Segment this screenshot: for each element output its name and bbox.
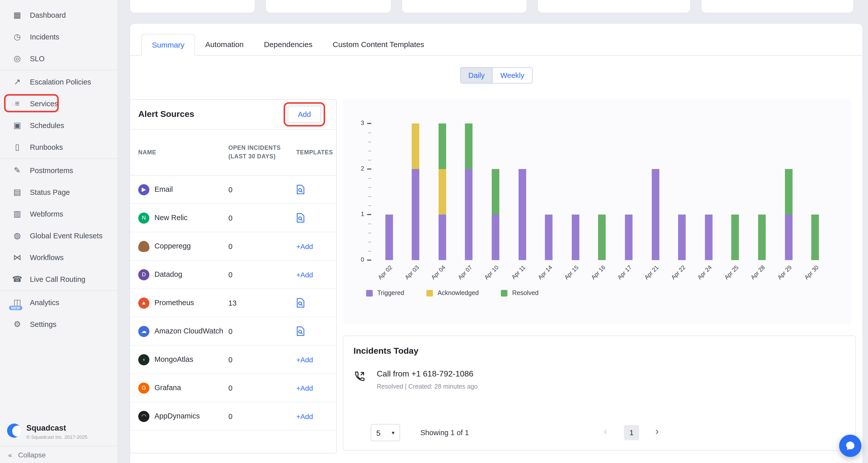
triggered-bar-segment — [652, 169, 659, 260]
sidebar-nav: ▦Dashboard ◷Incidents ◎SLO ↗Escalation P… — [0, 0, 118, 335]
y-axis-minor-tick — [368, 205, 371, 206]
bar-apr-25 — [732, 214, 739, 260]
sidebar-item-analytics[interactable]: ◫AnalyticsNEW — [0, 292, 118, 313]
sidebar: ▦Dashboard ◷Incidents ◎SLO ↗Escalation P… — [0, 0, 118, 463]
alert-source-row: ◖MongoAtlas 0 +Add — [130, 345, 336, 374]
template-icon[interactable] — [296, 185, 305, 194]
datadog-icon: D — [138, 269, 149, 280]
add-template-link[interactable]: +Add — [296, 270, 313, 278]
new-badge: NEW — [9, 306, 22, 310]
brand-name: Squadcast — [26, 424, 87, 433]
bar-apr-29 — [785, 169, 792, 260]
sidebar-item-dashboard[interactable]: ▦Dashboard — [0, 4, 118, 26]
tab-custom-content-templates[interactable]: Custom Content Templates — [322, 34, 434, 55]
amazon-cloudwatch-icon: ☁ — [138, 326, 149, 337]
add-template-link[interactable]: +Add — [296, 242, 313, 250]
open-incidents-count: 0 — [228, 384, 288, 392]
incident-graph: Triggered Acknowledged Resolved 0123Apr … — [343, 99, 851, 324]
open-incidents-count: 0 — [228, 412, 288, 420]
sidebar-item-runbooks[interactable]: ▯Runbooks — [0, 136, 118, 158]
summary-stat-cards-row — [130, 0, 854, 13]
sidebar-item-label: Escalation Policies — [30, 78, 91, 86]
bar-apr-22 — [678, 214, 686, 260]
page-size-select[interactable]: 5 ▾ — [371, 424, 400, 441]
bar-apr-07 — [465, 124, 473, 260]
sidebar-item-label: Schedules — [30, 121, 64, 129]
appdynamics-icon: ◠ — [138, 410, 149, 422]
tab-summary[interactable]: Summary — [141, 34, 195, 56]
toggle-daily[interactable]: Daily — [461, 68, 493, 83]
sidebar-item-services[interactable]: ≡Services — [0, 93, 118, 114]
resolved-bar-segment — [758, 214, 766, 260]
app-window: ▦Dashboard ◷Incidents ◎SLO ↗Escalation P… — [0, 0, 868, 463]
tab-dependencies[interactable]: Dependencies — [254, 34, 322, 55]
sidebar-item-escalation-policies[interactable]: ↗Escalation Policies — [0, 71, 118, 93]
sidebar-item-slo[interactable]: ◎SLO — [0, 47, 118, 69]
alert-source-name: AppDynamics — [154, 411, 200, 421]
incident-list-item[interactable]: Call from +1 618-792-1086 Resolved | Cre… — [353, 369, 855, 390]
sidebar-item-postmortems[interactable]: ✎Postmortems — [0, 159, 118, 181]
current-page-button[interactable]: 1 — [624, 425, 639, 440]
incidents-icon: ◷ — [12, 32, 22, 41]
legend-item-triggered: Triggered — [366, 290, 404, 297]
acknowledged-bar-segment — [412, 124, 419, 169]
sidebar-item-label: Services — [30, 99, 58, 107]
resolved-bar-segment — [438, 124, 446, 169]
toggle-weekly[interactable]: Weekly — [493, 68, 532, 83]
bar-apr-04 — [438, 124, 446, 260]
y-axis-tick — [367, 260, 371, 261]
template-icon[interactable] — [296, 326, 305, 336]
triggered-bar-segment — [625, 214, 632, 260]
sidebar-item-workflows[interactable]: ⋈Workflows — [0, 246, 118, 268]
alert-source-name: Copperegg — [154, 241, 191, 251]
open-incidents-count: 0 — [228, 327, 288, 335]
y-axis-tick-label: 2 — [353, 165, 364, 172]
brand-block: Squadcast © Squadcast Inc. 2017-2025 — [0, 420, 118, 444]
triggered-bar-segment — [518, 169, 526, 260]
sidebar-item-label: Runbooks — [30, 143, 63, 151]
sidebar-item-settings[interactable]: ⚙Settings — [0, 313, 118, 335]
alert-source-row: ◠AppDynamics 0 +Add — [130, 402, 336, 431]
bar-apr-11 — [518, 169, 526, 260]
sidebar-item-incidents[interactable]: ◷Incidents — [0, 26, 118, 47]
gear-icon: ⚙ — [12, 319, 22, 329]
add-template-link[interactable]: +Add — [296, 356, 313, 364]
services-icon: ≡ — [12, 99, 22, 108]
summary-stat-card-partial — [266, 0, 392, 13]
sidebar-item-label: Global Event Rulesets — [30, 232, 102, 240]
alert-source-row: NNew Relic 0 — [130, 204, 336, 232]
template-icon[interactable] — [296, 298, 305, 308]
open-incidents-count: 0 — [228, 356, 288, 364]
add-template-link[interactable]: +Add — [296, 412, 313, 420]
sidebar-item-label: Dashboard — [30, 11, 66, 19]
open-incidents-count: 0 — [228, 214, 288, 222]
sidebar-item-label: Postmortems — [30, 166, 73, 174]
alert-source-name: Prometheus — [154, 298, 194, 308]
next-page-button[interactable]: › — [655, 426, 659, 437]
chat-support-button[interactable] — [839, 435, 861, 457]
previous-page-button[interactable]: ‹ — [603, 426, 607, 437]
squadcast-logo-icon — [7, 424, 21, 438]
triggered-bar-segment — [465, 169, 473, 260]
bar-apr-14 — [545, 214, 553, 260]
template-icon[interactable] — [296, 213, 305, 223]
mongoatlas-icon: ◖ — [138, 354, 149, 365]
incidents-today-panel: Incidents Today Call from +1 618-792-108… — [343, 335, 856, 451]
triggered-bar-segment — [545, 214, 553, 260]
y-axis-minor-tick — [368, 187, 371, 188]
sidebar-divider — [0, 70, 118, 70]
y-axis-minor-tick — [368, 160, 371, 160]
alert-source-row: ▶Email 0 — [130, 175, 336, 204]
sidebar-item-status-page[interactable]: ▤Status Page — [0, 181, 118, 203]
y-axis-minor-tick — [368, 141, 371, 142]
tab-automation[interactable]: Automation — [195, 34, 254, 55]
alert-source-row: Copperegg 0 +Add — [130, 232, 336, 261]
add-alert-source-button[interactable]: Add — [288, 106, 321, 123]
sidebar-item-global-event-rulesets[interactable]: ◍Global Event Rulesets — [0, 225, 118, 246]
sidebar-item-live-call-routing[interactable]: ☎Live Call Routing — [0, 268, 118, 290]
sidebar-item-schedules[interactable]: ▣Schedules — [0, 114, 118, 136]
collapse-sidebar-button[interactable]: « Collapse — [0, 446, 118, 463]
add-template-link[interactable]: +Add — [296, 384, 313, 392]
sidebar-item-webforms[interactable]: ▥Webforms — [0, 203, 118, 225]
resolved-bar-segment — [598, 214, 606, 260]
